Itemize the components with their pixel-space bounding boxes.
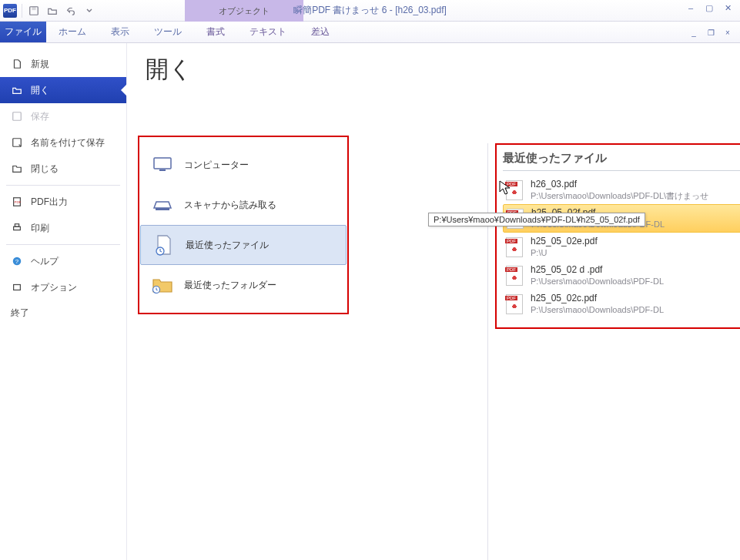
- sidebar-item-new[interactable]: 新規: [0, 51, 126, 77]
- file-tab[interactable]: ファイル: [0, 22, 46, 42]
- file-path: P:\U: [531, 247, 740, 258]
- vertical-divider: [487, 143, 488, 560]
- mdi-close[interactable]: ×: [722, 26, 734, 39]
- monitor-icon: [152, 154, 173, 176]
- minimize-button[interactable]: –: [685, 2, 697, 14]
- sidebar-item-close[interactable]: 閉じる: [0, 156, 126, 182]
- sidebar-item-label: 新規: [31, 58, 49, 71]
- tab-format[interactable]: 書式: [194, 22, 237, 42]
- mdi-minimize[interactable]: _: [688, 26, 700, 39]
- sidebar-item-label: オプション: [31, 281, 77, 294]
- tooltip: P:¥Users¥maoo¥Downloads¥PDF-DL¥h25_05_02…: [428, 213, 645, 226]
- file-path: P:\Users\maoo\Downloads\PDF-DL\書けまっせ: [531, 190, 740, 201]
- tab-merge[interactable]: 差込: [299, 22, 342, 42]
- sidebar-item-save: 保存: [0, 103, 126, 129]
- sidebar-item-exit[interactable]: 終了: [0, 300, 126, 326]
- undo-icon[interactable]: [64, 4, 78, 18]
- svg-rect-12: [159, 169, 166, 171]
- file-path: P:\Users\maoo\Downloads\PDF-DL: [531, 276, 740, 287]
- sidebar-separator: [6, 185, 120, 186]
- qat-separator: [22, 4, 22, 18]
- save-icon: [11, 110, 23, 122]
- recent-file-row[interactable]: h25_05_02 d .pdf P:\Users\maoo\Downloads…: [503, 261, 740, 290]
- svg-text:?: ?: [15, 258, 19, 265]
- qat-dropdown-icon[interactable]: [82, 4, 96, 18]
- svg-rect-6: [14, 226, 21, 230]
- recent-file-row[interactable]: h25_05_02c.pdf P:\Users\maoo\Downloads\P…: [503, 290, 740, 318]
- window-controls: – ▢ ✕: [685, 2, 734, 14]
- sidebar-separator: [6, 244, 120, 245]
- close-button[interactable]: ✕: [722, 2, 734, 14]
- svg-rect-1: [32, 6, 35, 9]
- sidebar-item-open[interactable]: 開く: [0, 77, 126, 103]
- recent-file-icon: [153, 234, 175, 256]
- action-recent-folders[interactable]: 最近使ったフォルダー: [139, 265, 347, 305]
- sidebar-item-label: 印刷: [31, 222, 49, 235]
- sidebar-item-label: PDF出力: [31, 196, 68, 209]
- backstage-heading: 開く: [146, 54, 193, 86]
- backstage-view: 新規 開く 保存 名前を付けて保存 閉じる PDF PDF出力 印刷 ?: [0, 43, 740, 560]
- sidebar-item-saveas[interactable]: 名前を付けて保存: [0, 129, 126, 156]
- window-title: 瞬簡PDF 書けまっせ 6 - [h26_03.pdf]: [293, 4, 447, 17]
- tab-tool[interactable]: ツール: [142, 22, 194, 42]
- open-icon[interactable]: [45, 4, 59, 18]
- app-icon[interactable]: PDF: [3, 4, 17, 18]
- recent-files-panel: 最近使ったファイル h26_03.pdf P:\Users\maoo\Downl…: [495, 143, 740, 329]
- recent-files-title: 最近使ったファイル: [503, 151, 740, 171]
- print-icon: [11, 222, 23, 234]
- mdi-restore[interactable]: ❐: [705, 26, 717, 39]
- file-name: h25_05_02e.pdf: [531, 236, 740, 248]
- sidebar-item-label: 保存: [31, 110, 49, 123]
- mdi-controls: _ ❐ ×: [688, 26, 734, 39]
- svg-rect-11: [154, 158, 171, 169]
- file-name: h26_03.pdf: [531, 179, 740, 191]
- action-label: 最近使ったファイル: [186, 239, 269, 252]
- action-scanner[interactable]: スキャナから読み取る: [139, 185, 347, 225]
- action-label: コンピューター: [184, 159, 249, 172]
- svg-rect-2: [13, 112, 22, 121]
- svg-rect-7: [15, 224, 18, 227]
- ribbon-tabs: ファイル ホーム 表示 ツール 書式 テキスト 差込 _ ❐ ×: [0, 22, 740, 43]
- pdf-file-icon: [506, 237, 523, 257]
- svg-text:PDF: PDF: [15, 200, 22, 204]
- action-label: スキャナから読み取る: [184, 199, 276, 212]
- save-icon[interactable]: [27, 4, 41, 18]
- action-computer[interactable]: コンピューター: [139, 145, 347, 185]
- svg-rect-13: [156, 208, 169, 210]
- sidebar-item-label: 開く: [31, 84, 49, 97]
- pdf-file-icon: [506, 266, 523, 286]
- backstage-content: 開く コンピューター スキャナから読み取る 最近使ったファイル 最近使ったフォル…: [127, 43, 740, 560]
- tab-home[interactable]: ホーム: [46, 22, 99, 42]
- file-name: h25_05_02 d .pdf: [531, 264, 740, 277]
- sidebar-item-pdfexport[interactable]: PDF PDF出力: [0, 189, 126, 215]
- title-bar: PDF オブジェクト 瞬簡PDF 書けまっせ 6 - [h26_03.pdf] …: [0, 0, 740, 22]
- recent-folder-icon: [152, 274, 173, 296]
- help-icon: ?: [11, 255, 23, 267]
- sidebar-item-label: 名前を付けて保存: [31, 136, 105, 149]
- scanner-icon: [152, 194, 173, 216]
- svg-rect-10: [14, 285, 21, 290]
- page-icon: [11, 58, 23, 70]
- pdf-export-icon: PDF: [11, 196, 23, 208]
- open-action-list: コンピューター スキャナから読み取る 最近使ったファイル 最近使ったフォルダー: [138, 136, 349, 314]
- sidebar-item-label: ヘルプ: [31, 255, 59, 268]
- action-label: 最近使ったフォルダー: [184, 279, 276, 292]
- sidebar-item-print[interactable]: 印刷: [0, 215, 126, 241]
- action-recent-files[interactable]: 最近使ったファイル: [140, 225, 347, 265]
- pdf-file-icon: [506, 180, 523, 200]
- save-as-icon: [11, 136, 23, 149]
- folder-close-icon: [11, 163, 23, 175]
- sidebar-item-options[interactable]: オプション: [0, 274, 126, 300]
- maximize-button[interactable]: ▢: [703, 2, 715, 14]
- tab-view[interactable]: 表示: [99, 22, 142, 42]
- sidebar-item-help[interactable]: ? ヘルプ: [0, 248, 126, 274]
- quick-access-toolbar: PDF: [0, 4, 96, 18]
- pdf-file-icon: [506, 294, 523, 314]
- recent-file-row[interactable]: h26_03.pdf P:\Users\maoo\Downloads\PDF-D…: [503, 176, 740, 204]
- sidebar-item-label: 閉じる: [31, 163, 59, 176]
- folder-open-icon: [11, 84, 23, 96]
- tab-text[interactable]: テキスト: [237, 22, 299, 42]
- recent-file-row[interactable]: h25_05_02e.pdf P:\U 📌: [503, 233, 740, 261]
- backstage-sidebar: 新規 開く 保存 名前を付けて保存 閉じる PDF PDF出力 印刷 ?: [0, 43, 127, 560]
- gear-icon: [11, 281, 23, 293]
